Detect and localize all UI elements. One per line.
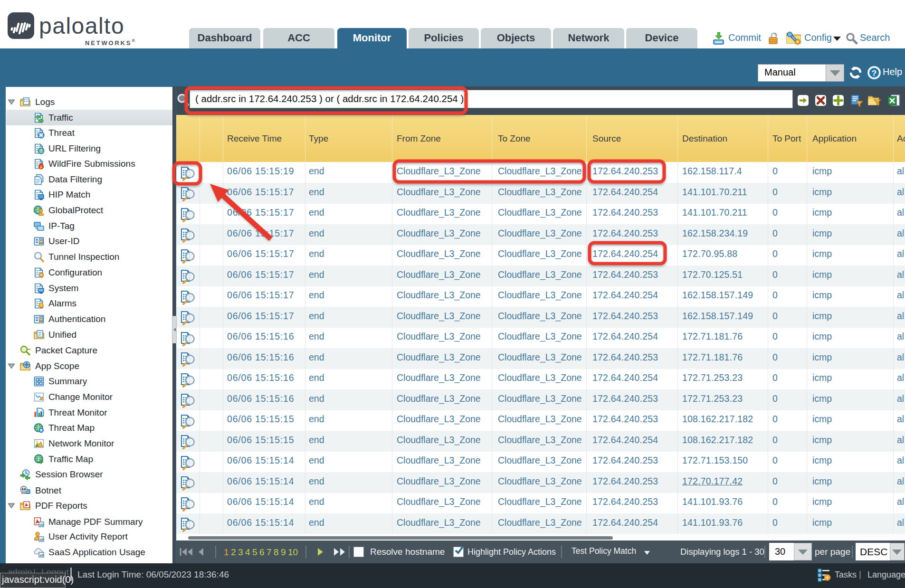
svg-text:?: ? [872, 69, 876, 78]
